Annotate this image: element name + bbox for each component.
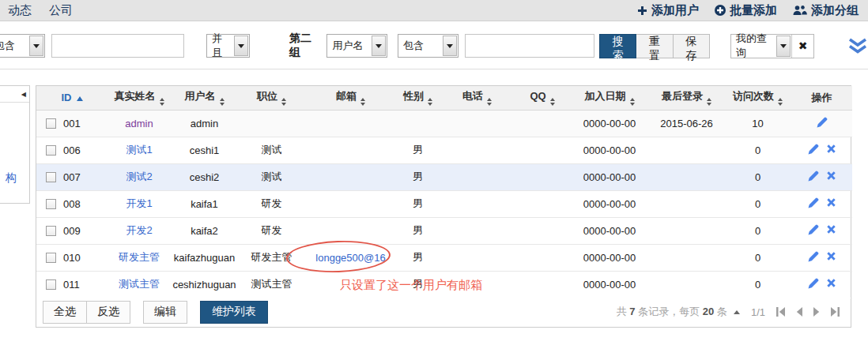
sort-both-icon bbox=[487, 98, 492, 106]
filter1-value-input[interactable] bbox=[51, 34, 184, 58]
edit-icon[interactable] bbox=[807, 250, 820, 265]
row-id: 008 bbox=[63, 198, 81, 210]
email-link[interactable]: longge500@16 bbox=[315, 252, 385, 264]
position-cell: 研发 bbox=[238, 190, 305, 217]
last-login-cell bbox=[649, 271, 724, 298]
record-count: 7 bbox=[629, 306, 635, 317]
double-chevron-down-icon bbox=[847, 38, 868, 54]
filter2-value-input[interactable] bbox=[465, 34, 594, 58]
row-checkbox[interactable] bbox=[46, 118, 56, 129]
position-cell: 测试 bbox=[238, 163, 305, 190]
edit-button[interactable]: 编辑 bbox=[143, 301, 187, 324]
batch-add-button[interactable]: 批量添加 bbox=[715, 3, 777, 18]
real-name-link[interactable]: 研发主管 bbox=[119, 251, 160, 263]
reset-button[interactable]: 重置 bbox=[636, 34, 673, 58]
edit-icon[interactable] bbox=[807, 143, 820, 158]
phone-cell bbox=[440, 244, 515, 271]
next-page-icon[interactable] bbox=[811, 306, 823, 317]
col-header-joindate[interactable]: 加入日期 bbox=[570, 86, 649, 110]
real-name-link[interactable]: admin bbox=[125, 118, 153, 129]
last-page-icon[interactable] bbox=[829, 306, 841, 317]
select-all-button[interactable]: 全选 bbox=[43, 301, 87, 324]
delete-icon[interactable] bbox=[826, 251, 836, 264]
pagination-bar: 共 7 条记录，每页 20 条 1/1 bbox=[617, 305, 841, 319]
delete-icon[interactable] bbox=[826, 171, 836, 183]
edit-icon[interactable] bbox=[816, 116, 828, 131]
prev-page-icon[interactable] bbox=[793, 306, 805, 317]
real-name-link[interactable]: 测试主管 bbox=[119, 278, 160, 290]
row-id: 009 bbox=[63, 225, 81, 237]
invert-selection-button[interactable]: 反选 bbox=[87, 301, 130, 324]
add-group-button[interactable]: 添加分组 bbox=[793, 3, 859, 18]
col-header-visits[interactable]: 访问次数 bbox=[724, 86, 791, 110]
connector-value: 并且 bbox=[207, 35, 233, 57]
gender-cell: 男 bbox=[396, 190, 440, 217]
row-actions-cell bbox=[791, 137, 852, 163]
row-checkbox[interactable] bbox=[46, 279, 56, 290]
col-header-lastlogin[interactable]: 最后登录 bbox=[649, 86, 724, 110]
collapse-left-icon[interactable]: ◀ bbox=[21, 91, 26, 98]
connector-select[interactable]: 并且 bbox=[206, 34, 250, 58]
nav-link-company[interactable]: 公司 bbox=[49, 3, 73, 18]
row-checkbox[interactable] bbox=[46, 172, 56, 182]
edit-icon[interactable] bbox=[807, 277, 820, 292]
sidebar-tree-item[interactable]: 构 bbox=[6, 171, 17, 186]
row-actions-cell bbox=[791, 244, 852, 271]
sort-both-icon bbox=[360, 98, 365, 106]
edit-icon[interactable] bbox=[807, 223, 820, 238]
filter1-operator-select[interactable]: 包含 bbox=[0, 34, 45, 58]
edit-icon[interactable] bbox=[807, 197, 820, 212]
real-name-link[interactable]: 测试1 bbox=[126, 144, 152, 156]
row-checkbox[interactable] bbox=[46, 253, 56, 263]
row-checkbox[interactable] bbox=[46, 199, 56, 209]
col-header-id[interactable]: ID bbox=[36, 86, 108, 110]
col-header-phone[interactable]: 电话 bbox=[440, 86, 515, 110]
table-row: 011 测试主管 ceshizhuguan 测试主管 男 0000-00-00 … bbox=[36, 271, 852, 298]
filter2-operator-select[interactable]: 包含 bbox=[398, 34, 459, 58]
last-login-cell bbox=[649, 163, 724, 190]
expand-filters-button[interactable] bbox=[847, 38, 868, 54]
col-header-email[interactable]: 邮箱 bbox=[305, 86, 396, 110]
search-button-group: 搜索 重置 保存 bbox=[599, 34, 710, 58]
delete-icon[interactable] bbox=[826, 144, 836, 156]
sort-both-icon bbox=[630, 98, 635, 106]
chevron-down-icon bbox=[29, 36, 43, 56]
real-name-link[interactable]: 测试2 bbox=[126, 171, 152, 182]
last-login-cell bbox=[649, 244, 724, 271]
row-checkbox[interactable] bbox=[46, 145, 56, 156]
table-row: 009 开发2 kaifa2 研发 男 0000-00-00 0 bbox=[36, 217, 852, 244]
maintain-list-button[interactable]: 维护列表 bbox=[200, 301, 268, 324]
visits-cell: 10 bbox=[724, 110, 791, 137]
real-name-link[interactable]: 开发2 bbox=[126, 224, 152, 236]
col-header-gender[interactable]: 性别 bbox=[396, 86, 440, 110]
per-page-toggle-icon[interactable] bbox=[734, 310, 740, 314]
visits-cell: 0 bbox=[724, 137, 791, 163]
batch-add-label: 批量添加 bbox=[730, 3, 777, 18]
qq-cell bbox=[515, 217, 570, 244]
col-header-actions: 操作 bbox=[791, 86, 852, 110]
filter1-operator-value: 包含 bbox=[0, 35, 28, 57]
search-filter-bar: 包含 并且 第二组 用户名 包含 搜索 重置 保存 我的查询 ✖ bbox=[0, 21, 868, 69]
table-row: 006 测试1 ceshi1 测试 男 0000-00-00 0 bbox=[36, 137, 852, 163]
clear-query-button[interactable]: ✖ bbox=[791, 35, 813, 58]
col-header-realname[interactable]: 真实姓名 bbox=[108, 86, 171, 110]
filter2-field-select[interactable]: 用户名 bbox=[326, 34, 387, 58]
delete-icon[interactable] bbox=[826, 278, 836, 291]
save-button[interactable]: 保存 bbox=[674, 34, 710, 58]
col-header-qq[interactable]: QQ bbox=[515, 86, 570, 110]
row-checkbox[interactable] bbox=[46, 226, 56, 236]
phone-cell bbox=[440, 110, 515, 137]
delete-icon[interactable] bbox=[826, 197, 836, 210]
search-button[interactable]: 搜索 bbox=[599, 34, 636, 58]
edit-icon[interactable] bbox=[807, 170, 820, 185]
username-cell: kaifa2 bbox=[171, 217, 238, 244]
real-name-link[interactable]: 开发1 bbox=[126, 197, 152, 209]
first-page-icon[interactable] bbox=[775, 306, 787, 317]
col-header-username[interactable]: 用户名 bbox=[171, 86, 238, 110]
delete-icon[interactable] bbox=[826, 224, 836, 237]
add-user-button[interactable]: 添加用户 bbox=[637, 3, 699, 18]
col-header-position[interactable]: 职位 bbox=[238, 86, 305, 110]
filter2-field-value: 用户名 bbox=[327, 35, 371, 57]
nav-link-dynamic[interactable]: 动态 bbox=[8, 3, 32, 18]
saved-query-select[interactable]: 我的查询 bbox=[731, 35, 791, 58]
